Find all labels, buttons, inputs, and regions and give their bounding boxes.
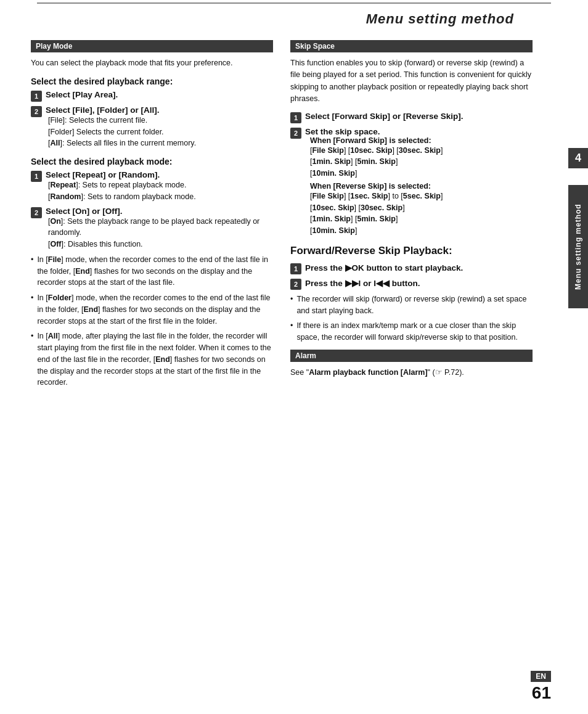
page-number: 61	[531, 683, 551, 703]
forward-reverse-heading: Forward/Reverse Skip Playback:	[290, 244, 533, 258]
sidebar-tab-label: Menu setting method	[568, 185, 588, 308]
play-mode-intro: You can select the playback mode that fi…	[31, 57, 273, 69]
bottom-right: EN 61	[531, 671, 551, 703]
skip-step-1: 1 Select [Forward Skip] or [Reverse Skip…	[290, 112, 533, 123]
step-2a-title: Select [File], [Folder] or [All].	[46, 105, 273, 115]
fr-step-num-1: 1	[290, 263, 301, 274]
play-mode-bullets: In [File] mode, when the recorder comes …	[31, 254, 273, 388]
play-mode-header: Play Mode	[31, 40, 273, 52]
page-title: Menu setting method	[0, 11, 514, 27]
fr-bullet-2: If there is an index mark/temp mark or a…	[290, 320, 533, 343]
sidebar-tab-number: 4	[568, 148, 588, 168]
step-2b-title: Select [On] or [Off].	[46, 207, 273, 216]
step-num-1b: 1	[31, 171, 42, 182]
alarm-section: Alarm See "Alarm playback function [Alar…	[290, 350, 533, 379]
step-2a-body-all: [All]: Selects all files in the current …	[46, 137, 273, 149]
step-num-2b: 2	[31, 207, 42, 218]
fr-step-1-title: Press the ▶OK button to start playback.	[305, 263, 533, 273]
reverse-skip-options: [File Skip] [1sec. Skip] to [5sec. Skip]…	[305, 191, 533, 237]
alarm-header: Alarm	[290, 350, 533, 362]
step-1a: 1 Select [Play Area].	[31, 90, 273, 102]
right-column: Skip Space This function enables you to …	[290, 40, 533, 665]
skip-step-2-title: Set the skip space.	[305, 127, 533, 136]
subsection1-title: Select the desired playback range:	[31, 76, 273, 86]
skip-step-2: 2 Set the skip space. When [Forward Skip…	[290, 127, 533, 237]
step-1a-title: Select [Play Area].	[46, 90, 273, 99]
step-2b-on: [On]: Sets the playback range to be play…	[46, 216, 273, 239]
fr-step-num-2: 2	[290, 279, 301, 290]
fr-bullet-1: The recorder will skip (forward) or reve…	[290, 293, 533, 317]
step-num-1a: 1	[31, 91, 42, 102]
step-1b-repeat: [Repeat]: Sets to repeat playback mode.	[46, 179, 273, 191]
bullet-file: In [File] mode, when the recorder comes …	[31, 254, 273, 289]
step-num-2a: 2	[31, 106, 42, 117]
skip-step-num-1: 1	[290, 112, 301, 123]
step-1b-title: Select [Repeat] or [Random].	[46, 170, 273, 179]
step-2a: 2 Select [File], [Folder] or [All]. [Fil…	[31, 105, 273, 149]
fr-step-2: 2 Press the ▶▶I or I◀◀ button.	[290, 278, 533, 290]
alarm-text: See "Alarm playback function [Alarm]" (☞…	[290, 367, 533, 379]
forward-skip-label: When [Forward Skip] is selected:	[305, 136, 533, 145]
skip-space-header: Skip Space	[290, 40, 533, 52]
title-underline	[37, 2, 551, 4]
bullet-folder: In [Folder] mode, when the recorder come…	[31, 292, 273, 327]
skip-step-1-title: Select [Forward Skip] or [Reverse Skip].	[305, 112, 533, 121]
content-area: Play Mode You can select the playback mo…	[31, 40, 533, 665]
forward-skip-options: [File Skip] [10sec. Skip] [30sec. Skip] …	[305, 145, 533, 179]
left-column: Play Mode You can select the playback mo…	[31, 40, 273, 665]
reverse-skip-label: When [Reverse Skip] is selected:	[305, 182, 533, 191]
bullet-all: In [All] mode, after playing the last fi…	[31, 330, 273, 388]
lang-badge: EN	[531, 671, 551, 682]
skip-step-num-2: 2	[290, 128, 301, 139]
step-1b: 1 Select [Repeat] or [Random]. [Repeat]:…	[31, 170, 273, 203]
subsection2-title: Select the desired playback mode:	[31, 157, 273, 166]
page-title-bar: Menu setting method	[0, 11, 551, 27]
fr-step-1: 1 Press the ▶OK button to start playback…	[290, 263, 533, 274]
step-2b: 2 Select [On] or [Off]. [On]: Sets the p…	[31, 207, 273, 250]
skip-intro: This function enables you to skip (forwa…	[290, 57, 533, 105]
fr-step-2-title: Press the ▶▶I or I◀◀ button.	[305, 278, 533, 288]
step-2a-body-folder: [Folder] Selects the current folder.	[46, 126, 273, 138]
step-1b-random: [Random]: Sets to random playback mode.	[46, 191, 273, 203]
step-2b-off: [Off]: Disables this function.	[46, 239, 273, 250]
step-2a-body-file: [File]: Selects the current file.	[46, 115, 273, 126]
fr-bullets: The recorder will skip (forward) or reve…	[290, 293, 533, 343]
